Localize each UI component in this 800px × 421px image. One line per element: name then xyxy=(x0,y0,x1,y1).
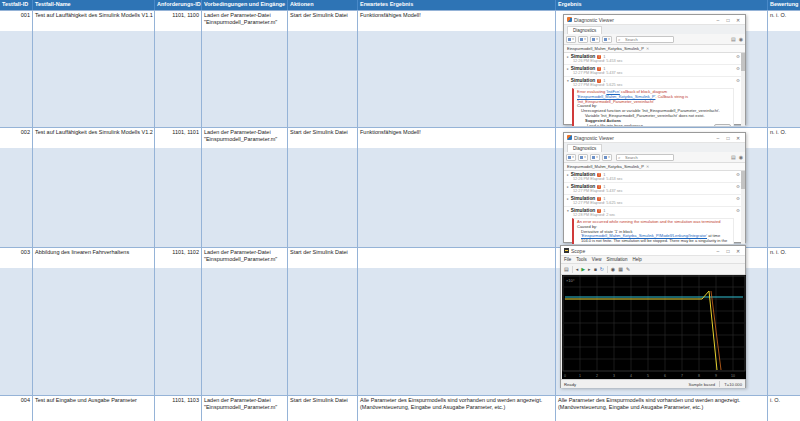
bewertung-value[interactable]: n. i. O. xyxy=(768,128,800,148)
gear-icon[interactable]: ⚙ xyxy=(736,208,740,213)
title-bar[interactable]: Scope – □ ✕ xyxy=(561,246,745,256)
stop-icon[interactable]: ■ xyxy=(594,266,597,272)
simulation-entry[interactable]: ▸ Simulation ! 1 ⚙ 12:27 PM Elapsed: 5.4… xyxy=(564,65,745,77)
header-ergebnis[interactable]: Ergebnis xyxy=(556,0,768,10)
toolbar-button[interactable]: ▾ xyxy=(578,36,588,43)
layout-icon[interactable]: ▦ xyxy=(618,266,623,272)
tab-close-icon[interactable]: ✕ xyxy=(646,164,649,169)
simulation-entry-expanded[interactable]: ▾ Simulation ! 1 ⚙ 12:27 PM Elapsed: 5.6… xyxy=(564,77,745,126)
back-icon[interactable]: ◂ xyxy=(576,266,579,272)
anforderungs-id-value[interactable]: 1101, 1100 xyxy=(155,11,201,31)
toolbar-button[interactable]: ▾ xyxy=(590,154,600,161)
close-button[interactable]: ✕ xyxy=(734,17,742,23)
header-erwartetes-ergebnis[interactable]: Erwartetes Ergebnis xyxy=(358,0,556,10)
scope-plot-area[interactable]: ×10⁴ 0 1 2 3 4 5 6 7 8 9 10 xyxy=(562,275,744,379)
header-testfall-id[interactable]: Testfall-ID xyxy=(0,0,33,10)
menu-view[interactable]: View xyxy=(592,257,602,262)
expand-arrow-icon[interactable]: ▾ xyxy=(567,79,569,83)
ergebnis-value[interactable]: Alle Parameter des Einspurmodells sind v… xyxy=(556,396,767,421)
search-input[interactable] xyxy=(616,36,674,43)
minimize-button[interactable]: – xyxy=(714,17,722,23)
menu-tools[interactable]: Tools xyxy=(576,257,587,262)
maximize-button[interactable]: □ xyxy=(724,17,732,23)
repeat-icon[interactable]: ↻ xyxy=(600,266,604,272)
run-icon[interactable]: ▶ xyxy=(581,266,585,272)
gear-icon[interactable]: ⚙ xyxy=(736,54,740,59)
toolbar-button[interactable]: ▾ xyxy=(566,36,576,43)
header-testfall-name[interactable]: Testfall-Name xyxy=(33,0,155,10)
menu-help[interactable]: Help xyxy=(632,257,641,262)
testfall-id-value[interactable]: 002 xyxy=(0,128,32,148)
document-tab[interactable]: Einspurmodell_Mahm_Kotyrba_Simulink_P ✕ xyxy=(564,45,745,53)
maximize-button[interactable]: □ xyxy=(724,135,732,141)
erwartetes-value[interactable]: Alle Parameter des Einspurmodells sind v… xyxy=(358,396,555,421)
minimize-button[interactable]: – xyxy=(714,248,722,254)
testfall-name-value[interactable]: Abbildung des linearen Fahrverhaltens xyxy=(33,248,154,268)
header-aktionen[interactable]: Aktionen xyxy=(288,0,358,10)
menu-file[interactable]: File xyxy=(564,257,571,262)
print-icon[interactable]: ▤ xyxy=(731,36,736,42)
collapse-arrow-icon[interactable]: ▸ xyxy=(567,67,569,71)
toolbar-button[interactable]: ▾ xyxy=(590,36,600,43)
anforderungs-id-value[interactable]: 1101, 1103 xyxy=(155,396,201,421)
gear-icon[interactable]: ⚙ xyxy=(736,66,740,71)
header-anforderungs-id[interactable]: Anforderungs-ID xyxy=(155,0,202,10)
testfall-name-value[interactable]: Test auf Eingabe und Ausgabe Parameter xyxy=(33,396,154,421)
testfall-name-value[interactable]: Test auf Lauffähigkeit des Simulink Mode… xyxy=(33,128,154,148)
tab-close-icon[interactable]: ✕ xyxy=(646,46,649,51)
bewertung-value[interactable]: i. O. xyxy=(768,396,800,421)
print-icon[interactable]: ▤ xyxy=(564,266,569,272)
help-icon[interactable]: ◉ xyxy=(739,154,743,160)
collapse-arrow-icon[interactable]: ▸ xyxy=(567,185,569,189)
anforderungs-id-value[interactable]: 1101, 1102 xyxy=(155,248,201,268)
title-bar[interactable]: Diagnostic Viewer – □ ✕ xyxy=(564,133,745,143)
vorbedingungen-value[interactable]: Laden der Parameter-Datei "Einspurmodell… xyxy=(202,128,287,148)
vorbedingungen-value[interactable]: Laden der Parameter-Datei "Einspurmodell… xyxy=(202,248,287,268)
erwartetes-value[interactable]: Funktionsfähiges Modell! xyxy=(358,128,555,148)
toolbar-button[interactable]: ▾ xyxy=(578,154,588,161)
bewertung-value[interactable]: n. i. O. xyxy=(768,11,800,31)
pen-icon[interactable]: ✎ xyxy=(626,266,630,272)
fix-button[interactable]: Fix xyxy=(714,124,731,126)
erwartetes-value[interactable]: Funktionsfähiges Modell! xyxy=(358,11,555,31)
gear-icon[interactable]: ⚙ xyxy=(736,196,740,201)
maximize-button[interactable]: □ xyxy=(724,248,732,254)
vorbedingungen-value[interactable]: Laden der Parameter-Datei "Einspurmodell… xyxy=(202,11,287,31)
toolbar-button[interactable]: ▾ xyxy=(602,36,612,43)
close-button[interactable]: ✕ xyxy=(734,135,742,141)
bewertung-value[interactable]: n. i. O. xyxy=(768,248,800,268)
header-bewertung[interactable]: Bewertung xyxy=(768,0,800,10)
step-icon[interactable]: ▸ xyxy=(588,266,591,272)
simulation-entry-expanded[interactable]: ▾ Simulation ! 1 ⚙ 12:28 PM Elapsed: 2 s… xyxy=(564,207,745,244)
scrollbar-thumb[interactable] xyxy=(741,53,745,71)
search-input[interactable] xyxy=(616,154,674,161)
print-icon[interactable]: ▤ xyxy=(731,154,736,160)
header-vorbedingungen[interactable]: Vorbedingungen und Eingänge xyxy=(202,0,288,10)
tab-diagnostics[interactable]: Diagnostics xyxy=(567,144,602,152)
testfall-id-value[interactable]: 001 xyxy=(0,11,32,31)
aktionen-value[interactable]: Start der Simulink Datei xyxy=(288,11,357,31)
menu-simulation[interactable]: Simulation xyxy=(606,257,627,262)
scrollbar-thumb[interactable] xyxy=(741,171,745,189)
simulation-entry[interactable]: ▸ Simulation ! 1 ⚙ 12:26 PM Elapsed: 5.4… xyxy=(564,171,745,183)
tab-diagnostics[interactable]: Diagnostics xyxy=(567,26,602,34)
aktionen-value[interactable]: Start der Simulink Datei xyxy=(288,128,357,148)
close-button[interactable]: ✕ xyxy=(734,248,742,254)
expand-arrow-icon[interactable]: ▾ xyxy=(567,209,569,213)
gear-icon[interactable]: ⚙ xyxy=(736,172,740,177)
gear-icon[interactable]: ⚙ xyxy=(736,184,740,189)
collapse-arrow-icon[interactable]: ▸ xyxy=(567,55,569,59)
simulation-entry[interactable]: ▸ Simulation ! 1 ⚙ 12:27 PM Elapsed: 5.6… xyxy=(564,195,745,207)
testfall-id-value[interactable]: 003 xyxy=(0,248,32,268)
aktionen-value[interactable]: Start der Simulink Datei xyxy=(288,248,357,268)
simulation-entry[interactable]: ▸ Simulation ! 1 ⚙ 12:27 PM Elapsed: 5.4… xyxy=(564,183,745,195)
aktionen-value[interactable]: Start der Simulink Datei xyxy=(288,396,357,421)
gear-icon[interactable]: ⚙ xyxy=(736,78,740,83)
help-icon[interactable]: ◉ xyxy=(739,36,743,42)
collapse-arrow-icon[interactable]: ▸ xyxy=(567,173,569,177)
anforderungs-id-value[interactable]: 1101, 1101 xyxy=(155,128,201,148)
document-tab[interactable]: Einspurmodell_Mahm_Kotyrba_Simulink_P ✕ xyxy=(564,163,745,171)
toolbar-button[interactable]: ▾ xyxy=(602,154,612,161)
zoom-icon[interactable]: ◉ xyxy=(611,266,615,272)
scrollbar[interactable] xyxy=(741,53,745,126)
